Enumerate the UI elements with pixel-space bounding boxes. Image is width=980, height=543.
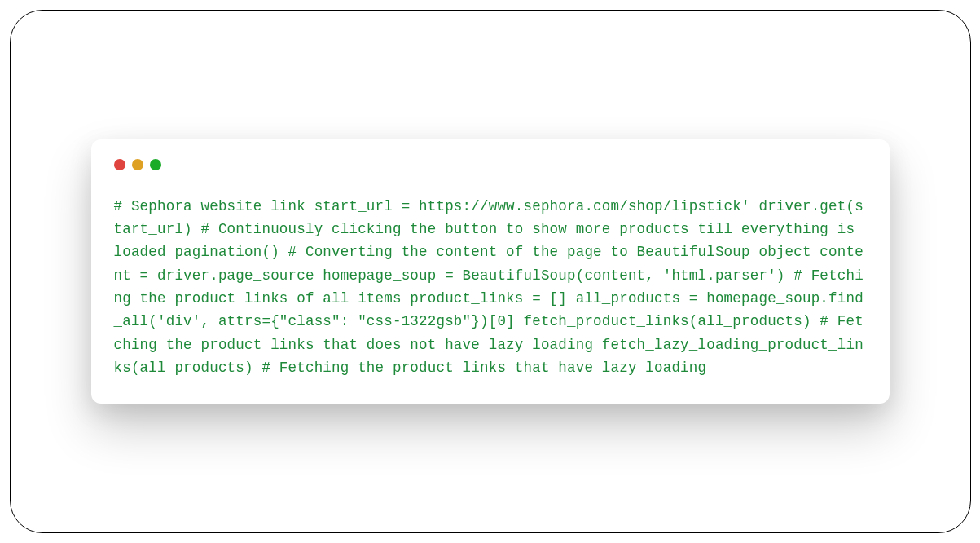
maximize-icon: [150, 159, 161, 170]
outer-frame: # Sephora website link start_url = https…: [10, 10, 971, 533]
code-content: # Sephora website link start_url = https…: [114, 195, 867, 380]
close-icon: [114, 159, 125, 170]
minimize-icon: [132, 159, 143, 170]
window-controls: [114, 159, 867, 170]
code-window: # Sephora website link start_url = https…: [91, 139, 890, 404]
